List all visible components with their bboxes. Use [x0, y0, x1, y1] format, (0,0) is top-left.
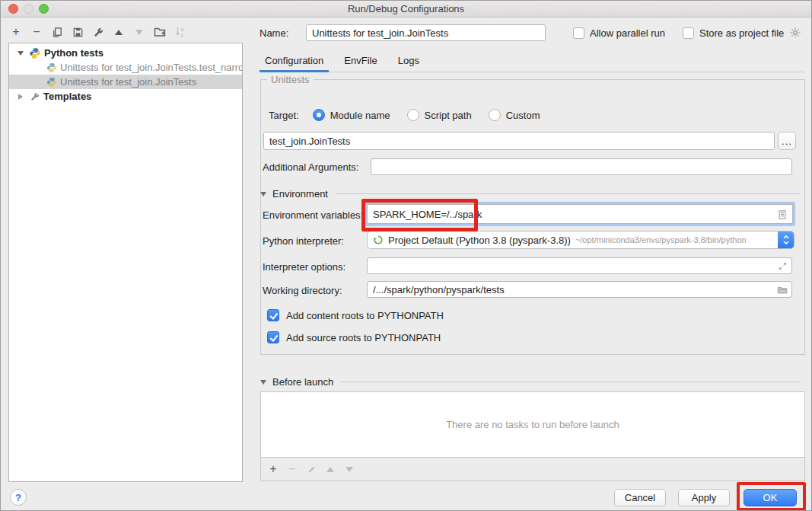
expand-field-icon[interactable] [778, 261, 788, 271]
browse-variables-icon[interactable] [777, 209, 788, 220]
expand-caret-icon[interactable] [18, 51, 24, 56]
radio-label: Script path [425, 110, 472, 121]
svg-text:a: a [181, 27, 184, 32]
additional-arguments-label: Additional Arguments: [263, 161, 358, 173]
python-test-icon [46, 77, 57, 88]
python-interpreter-combo[interactable]: Project Default (Python 3.8 (pyspark-3.8… [367, 231, 794, 249]
remove-configuration-button[interactable]: − [27, 24, 46, 40]
ok-label: OK [763, 492, 778, 503]
store-as-project-file-checkbox-row[interactable]: Store as project file [683, 24, 801, 41]
ok-button[interactable]: OK [744, 489, 797, 506]
apply-label: Apply [692, 492, 717, 503]
add-content-roots-row[interactable]: Add content roots to PYTHONPATH [267, 308, 444, 322]
cancel-button[interactable]: Cancel [614, 489, 666, 506]
edit-task-button[interactable] [303, 461, 320, 477]
wrench-icon [30, 91, 40, 102]
allow-parallel-run-label: Allow parallel run [590, 27, 665, 39]
tab-logs[interactable]: Logs [393, 51, 425, 72]
radio-label: Module name [330, 110, 390, 121]
environment-variables-field[interactable]: SPARK_HOME=/../spark [367, 204, 793, 224]
copy-configuration-button[interactable] [48, 24, 66, 40]
before-launch-toolbar: + − [261, 458, 804, 481]
remove-task-button[interactable]: − [284, 461, 301, 477]
save-configuration-button[interactable] [68, 24, 87, 40]
add-source-roots-label: Add source roots to PYTHONPATH [286, 332, 441, 343]
add-content-roots-checkbox[interactable] [267, 309, 279, 321]
move-task-up-button[interactable] [322, 461, 339, 477]
tab-envfile[interactable]: EnvFile [339, 51, 382, 72]
move-down-button[interactable] [130, 24, 148, 40]
move-task-down-button[interactable] [341, 461, 358, 477]
radio-script-path[interactable]: Script path [407, 109, 472, 121]
sort-configurations-button[interactable]: a z [171, 24, 189, 40]
tree-item-label: Unittests for test_join.JoinTests [60, 76, 196, 88]
tree-group-templates[interactable]: Templates [9, 89, 242, 104]
settings-tabs: Configuration EnvFile Logs [260, 51, 805, 72]
radio-button[interactable] [407, 109, 419, 121]
radio-module-name[interactable]: Module name [313, 109, 390, 121]
edit-templates-button[interactable] [89, 24, 107, 40]
sort-az-icon: a z [174, 26, 186, 38]
store-as-project-file-label: Store as project file [699, 27, 784, 39]
interpreter-options-field[interactable] [367, 257, 792, 274]
interpreter-options-label: Interpreter options: [263, 261, 345, 273]
before-launch-section-header[interactable]: Before launch [260, 376, 800, 388]
working-directory-label: Working directory: [263, 285, 342, 296]
tab-label: EnvFile [344, 55, 377, 66]
python-interpreter-label: Python interpreter: [263, 235, 344, 247]
interpreter-path: ~/opt/miniconda3/envs/pyspark-3.8/bin/py… [575, 235, 747, 244]
radio-button[interactable] [489, 109, 501, 121]
allow-parallel-run-checkbox[interactable] [573, 27, 584, 39]
down-triangle-icon [345, 467, 353, 472]
interpreter-name: Project Default (Python 3.8 (pyspark-3.8… [388, 235, 571, 246]
environment-section-label: Environment [272, 188, 328, 200]
name-input[interactable] [306, 24, 546, 41]
python-test-icon [46, 62, 57, 73]
additional-arguments-field[interactable] [371, 158, 792, 175]
up-triangle-icon [115, 30, 123, 35]
tree-item-jointests-selected[interactable]: Unittests for test_join.JoinTests [9, 75, 242, 89]
add-source-roots-row[interactable]: Add source roots to PYTHONPATH [267, 331, 441, 344]
radio-custom[interactable]: Custom [489, 109, 540, 121]
radio-button-selected[interactable] [313, 109, 325, 121]
target-value-field[interactable]: test_join.JoinTests [263, 132, 775, 150]
section-divider [336, 193, 800, 194]
create-folder-button[interactable] [151, 24, 169, 40]
help-button[interactable]: ? [10, 489, 27, 506]
apply-button[interactable]: Apply [678, 489, 730, 506]
folder-icon[interactable] [777, 285, 788, 295]
configurations-toolbar: + − [7, 24, 189, 40]
zoom-button[interactable] [39, 4, 49, 14]
environment-variables-label: Environment variables: [263, 209, 363, 221]
target-value: test_join.JoinTests [269, 136, 350, 147]
gear-icon[interactable] [789, 27, 801, 39]
add-configuration-button[interactable]: + [7, 24, 25, 40]
target-label: Target: [269, 110, 299, 121]
conda-env-icon [373, 235, 384, 245]
collapsed-caret-icon[interactable] [18, 94, 23, 100]
tree-item-test-narrow[interactable]: Unittests for test_join.JoinTests.test_n… [9, 60, 242, 75]
tree-templates-label: Templates [43, 91, 91, 102]
tab-configuration[interactable]: Configuration [260, 51, 329, 72]
section-caret-icon[interactable] [260, 192, 266, 196]
svg-text:z: z [181, 33, 184, 38]
cancel-label: Cancel [625, 492, 655, 503]
add-source-roots-checkbox[interactable] [267, 331, 279, 343]
up-down-chevrons-icon [782, 234, 790, 246]
allow-parallel-run-checkbox-row[interactable]: Allow parallel run [573, 24, 665, 41]
combo-stepper[interactable] [778, 232, 794, 248]
configurations-tree: Python tests Unittests for test_join.Joi… [8, 43, 243, 482]
close-button[interactable] [8, 4, 18, 14]
target-row: Target: Module name Script path Custom [269, 107, 556, 123]
browse-target-button[interactable]: ... [778, 132, 796, 150]
working-directory-field[interactable]: /.../spark/python/pyspark/tests [367, 281, 792, 298]
section-divider [341, 382, 800, 382]
minimize-button[interactable] [24, 4, 33, 14]
add-task-button[interactable]: + [265, 461, 282, 477]
tree-group-python-tests[interactable]: Python tests [9, 46, 242, 60]
environment-section-header[interactable]: Environment [260, 188, 800, 200]
move-up-button[interactable] [110, 24, 128, 40]
section-caret-icon[interactable] [260, 380, 266, 385]
store-as-project-file-checkbox[interactable] [683, 27, 694, 39]
tree-item-label: Unittests for test_join.JoinTests.test_n… [60, 62, 242, 73]
